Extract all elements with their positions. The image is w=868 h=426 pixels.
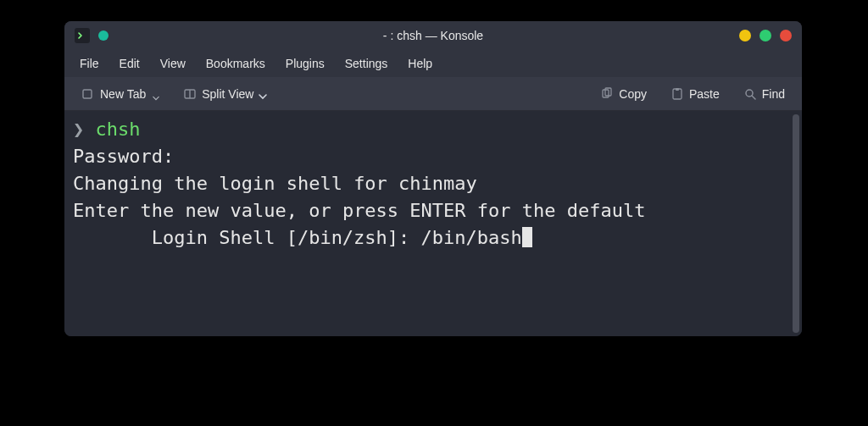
- copy-button[interactable]: Copy: [592, 83, 655, 105]
- scrollbar-thumb[interactable]: [793, 114, 799, 333]
- copy-icon: [600, 87, 614, 101]
- close-button[interactable]: [780, 30, 792, 41]
- menu-edit[interactable]: Edit: [111, 53, 148, 74]
- find-label: Find: [762, 87, 785, 101]
- find-button[interactable]: Find: [735, 83, 793, 105]
- login-shell-input: /bin/bash: [421, 227, 522, 248]
- svg-rect-0: [83, 90, 92, 98]
- toolbar: New Tab Split View: [64, 77, 802, 111]
- decor-dot: [98, 30, 108, 41]
- svg-line-8: [752, 96, 755, 99]
- terminal-icon: [77, 30, 87, 41]
- split-view-label: Split View: [202, 87, 253, 101]
- terminal-output: ❯ chsh Password: Changing the login shel…: [64, 111, 792, 336]
- prompt-symbol: ❯: [73, 119, 84, 140]
- menu-file[interactable]: File: [71, 53, 108, 74]
- window-controls: [739, 30, 792, 41]
- minimize-button[interactable]: [739, 30, 751, 41]
- login-shell-prompt: Login Shell [/bin/zsh]:: [152, 227, 421, 248]
- split-view-icon: [183, 87, 197, 101]
- scrollbar[interactable]: [792, 114, 800, 333]
- search-icon: [743, 87, 757, 101]
- konsole-window: - : chsh — Konsole File Edit View Bookma…: [64, 21, 802, 336]
- terminal-line-enter-new: Enter the new value, or press ENTER for …: [73, 200, 646, 221]
- menu-bookmarks[interactable]: Bookmarks: [198, 53, 274, 74]
- app-icon: [75, 28, 90, 43]
- svg-rect-6: [676, 88, 679, 91]
- new-tab-icon: [81, 87, 95, 101]
- terminal-line-password: Password:: [73, 146, 174, 167]
- terminal-line-changing: Changing the login shell for chinmay: [73, 173, 477, 194]
- menu-settings[interactable]: Settings: [337, 53, 397, 74]
- menu-view[interactable]: View: [152, 53, 194, 74]
- terminal-cursor: [522, 227, 532, 247]
- menu-plugins[interactable]: Plugins: [277, 53, 333, 74]
- maximize-button[interactable]: [760, 30, 771, 41]
- paste-button[interactable]: Paste: [662, 83, 728, 105]
- paste-label: Paste: [689, 87, 720, 101]
- new-tab-button[interactable]: New Tab: [73, 83, 168, 105]
- window-title: - : chsh — Konsole: [383, 29, 483, 42]
- chevron-down-icon: [259, 90, 267, 98]
- chevron-down-icon: [153, 91, 159, 97]
- paste-icon: [670, 87, 684, 101]
- menu-bar: File Edit View Bookmarks Plugins Setting…: [64, 50, 802, 77]
- terminal-area[interactable]: ❯ chsh Password: Changing the login shel…: [64, 111, 802, 336]
- title-bar: - : chsh — Konsole: [64, 21, 802, 50]
- copy-label: Copy: [619, 87, 647, 101]
- menu-help[interactable]: Help: [399, 53, 441, 74]
- terminal-command: chsh: [96, 119, 141, 140]
- split-view-button[interactable]: Split View: [175, 83, 275, 105]
- new-tab-label: New Tab: [100, 87, 146, 101]
